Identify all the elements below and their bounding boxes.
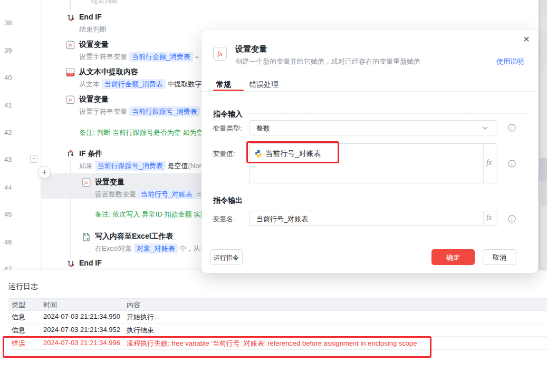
subtitle-text: 结束判断 [79, 25, 107, 33]
var-name-input[interactable]: 当前行号_对账表 fx [249, 211, 497, 226]
collapse-if-icon[interactable]: − [30, 155, 37, 163]
end-if-icon [66, 13, 75, 22]
scrollbar-thumb-secondary [539, 181, 547, 205]
svg-text:fx: fx [69, 97, 72, 102]
subtitle-text: 在Excel对象 [95, 244, 134, 252]
subtitle-text: = [193, 53, 201, 61]
var-value-label: 变量值: [213, 149, 235, 159]
log-cell-time: 2024-07-03 21:21:34.950 [43, 312, 120, 320]
tab-general[interactable]: 常规 [216, 80, 231, 90]
svg-text:fx: fx [84, 180, 88, 185]
var-type-select[interactable]: 整数 [249, 120, 497, 135]
log-row-error[interactable]: 错误2024-07-03 21:21:34.996流程执行失败: free va… [8, 336, 547, 350]
confirm-button[interactable]: 确定 [431, 249, 475, 265]
flow-step-title[interactable]: 写入内容至Excel工作表 [95, 232, 174, 241]
log-cell-content: 开始执行... [127, 312, 160, 322]
subtitle-text: 设置字符串变量 [79, 107, 129, 115]
dialog-subtitle: 创建一个新的变量并给它赋值，或对已经存在的变量重新赋值 [235, 57, 420, 66]
info-icon[interactable] [508, 124, 516, 132]
chevron-down-icon [482, 126, 488, 130]
scrollbar-thumb[interactable] [539, 158, 547, 181]
log-cell-content: 流程执行失败: free variable '当前行号_对账表' referen… [127, 339, 417, 348]
block-connector-line [70, 0, 71, 11]
var-type-label: 变量类型: [213, 124, 242, 133]
svg-text:fx: fx [69, 42, 72, 47]
tab-error-handling[interactable]: 错误处理 [249, 80, 279, 90]
flow-line-number: 41 [4, 101, 12, 109]
section-dash-line [248, 113, 526, 114]
cancel-button[interactable]: 取消 [483, 249, 516, 265]
flow-step-title[interactable]: 从文本中提取内容 [79, 67, 138, 77]
flow-step-title[interactable]: 设置变量 [79, 40, 109, 50]
end-if-icon [66, 259, 75, 268]
scrollbar-track[interactable] [539, 0, 547, 270]
variable-pill[interactable]: 当前行金额_消费表 [129, 52, 193, 62]
close-icon[interactable]: × [520, 33, 533, 46]
flow-line-number: 39 [4, 46, 12, 54]
set-variable-icon: fx [66, 95, 75, 104]
help-link[interactable]: 使用说明 [496, 57, 524, 66]
flow-step-subtitle: 结束判断 [79, 24, 107, 34]
log-col-type: 类型 [12, 300, 25, 310]
variable-pill[interactable]: 当前行跟踪号_消费表 [95, 161, 166, 171]
set-variable-icon: fx [82, 178, 91, 187]
flow-comment-row[interactable]: 备注: 依次写入 异常ID 扣款金额 实际 [95, 210, 207, 219]
subtitle-text: 提取数字 [174, 80, 201, 88]
flow-line-number: 43 [4, 155, 12, 163]
log-cell-content: 执行结束 [127, 326, 154, 335]
fx-icon: fx [486, 159, 492, 167]
flow-line-number: 47 [4, 265, 12, 270]
log-cell-type: 错误 [12, 339, 25, 348]
log-row[interactable]: 信息2024-07-03 21:21:34.950开始执行... [8, 310, 547, 324]
variable-pill[interactable]: 对象_对账表 [134, 243, 177, 253]
var-value-textarea[interactable]: 当前行号_对账表 fx [249, 143, 497, 183]
variable-pill[interactable]: 当前行金额_消费表 [102, 79, 166, 89]
flow-step-title[interactable]: End IF [79, 259, 102, 267]
log-col-content: 内容 [127, 300, 140, 310]
log-cell-type: 信息 [12, 326, 25, 335]
info-icon[interactable] [508, 215, 516, 223]
subtitle-text: 设置字符串变量 [79, 53, 129, 61]
subtitle-text: 设置整数变量 [95, 190, 138, 198]
log-table-header: 类型 时间 内容 [8, 298, 547, 311]
log-cell-type: 信息 [12, 312, 25, 322]
rpa-app-screen: 结束判断 38End IF结束判断39fx设置变量设置字符串变量 当前行金额_消… [0, 0, 547, 392]
set-variable-dialog: × fx 设置变量 创建一个新的变量并给它赋值，或对已经存在的变量重新赋值 使用… [201, 30, 538, 273]
content-guide-line [53, 0, 53, 270]
svg-text:123: 123 [68, 73, 73, 76]
flow-step-title[interactable]: 设置变量 [95, 178, 124, 187]
excel-write-icon: x [82, 232, 91, 241]
log-row[interactable]: 信息2024-07-03 21:21:34.952执行结束 [8, 323, 547, 337]
if-condition-icon [66, 150, 75, 159]
info-icon[interactable] [508, 160, 516, 168]
footer-divider [201, 241, 538, 241]
python-icon [254, 150, 263, 158]
svg-text:x: x [87, 237, 89, 241]
fx-expression-toggle[interactable]: fx [483, 144, 497, 183]
dialog-title: 设置变量 [235, 44, 267, 54]
tab-divider [201, 91, 538, 92]
flow-step-title[interactable]: End IF [79, 13, 102, 21]
section-dash-line [248, 200, 526, 200]
run-log-title: 运行日志 [8, 282, 38, 291]
gutter-divider [41, 0, 41, 270]
flow-line-number: 42 [4, 129, 12, 136]
run-command-button[interactable]: 运行指令 [210, 249, 243, 265]
log-col-time: 时间 [43, 300, 57, 310]
input-section-title: 指令输入 [213, 110, 243, 119]
fx-expression-toggle[interactable]: fx [483, 211, 497, 226]
flow-line-number: 46 [4, 238, 12, 246]
flow-step-title[interactable]: 设置变量 [79, 95, 109, 104]
subtitle-text: 中 [166, 80, 175, 88]
var-name-label: 变量名: [213, 214, 235, 224]
extract-text-icon: <>123 [66, 68, 75, 77]
flow-comment-row[interactable]: 备注: 判断 当前行跟踪号是否为空 如为空 则 [79, 128, 212, 138]
variable-pill[interactable]: 当前行跟踪号_消费表 [129, 106, 200, 116]
svg-text:<>: <> [69, 69, 72, 72]
variable-pill[interactable]: 当前行号_对账表 [138, 189, 195, 199]
flow-step-title[interactable]: IF 条件 [79, 149, 102, 159]
fx-icon: fx [486, 213, 492, 222]
flow-line-number: 44 [4, 184, 12, 192]
add-step-icon[interactable]: + [38, 166, 51, 179]
set-variable-icon: fx [66, 41, 75, 50]
